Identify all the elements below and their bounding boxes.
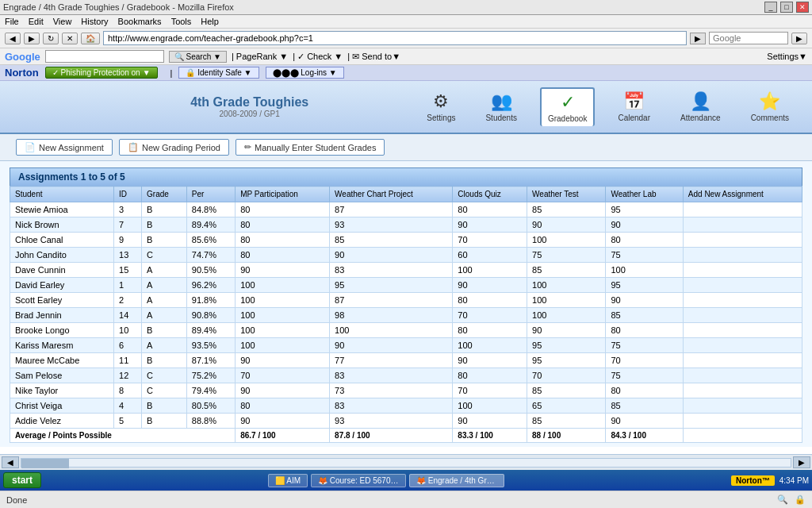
cell-weather-chart[interactable]	[330, 202, 453, 217]
cell-weather-test[interactable]	[527, 308, 606, 323]
cell-weather-test[interactable]	[527, 248, 606, 263]
cell-weather-lab[interactable]	[606, 293, 683, 308]
cell-weather-lab[interactable]	[606, 398, 683, 414]
cell-mp[interactable]	[236, 353, 330, 368]
cell-weather-lab[interactable]	[606, 248, 683, 263]
cell-mp[interactable]	[236, 293, 330, 308]
cell-clouds[interactable]	[453, 398, 527, 414]
cell-weather-chart[interactable]	[330, 233, 453, 248]
cell-weather-lab[interactable]	[606, 217, 683, 233]
cell-clouds[interactable]	[453, 263, 527, 278]
cell-weather-lab[interactable]	[606, 338, 683, 353]
nav-settings[interactable]: ⚙ Settings	[419, 87, 462, 126]
cell-weather-chart[interactable]	[330, 368, 453, 383]
forward-button[interactable]: ▶	[24, 33, 40, 44]
logons-button[interactable]: ⬤⬤⬤ Log-ins ▼	[266, 67, 344, 79]
menu-view[interactable]: View	[53, 17, 72, 26]
taskbar-course[interactable]: 🦊 Course: ED 5670-01 ...	[311, 474, 406, 487]
menu-help[interactable]: Help	[201, 17, 219, 26]
go-button[interactable]: ▶	[690, 33, 706, 44]
cell-clouds[interactable]	[453, 353, 527, 368]
search-go-button[interactable]: ▶	[791, 33, 807, 44]
cell-clouds[interactable]	[453, 323, 527, 338]
address-bar[interactable]	[103, 31, 687, 45]
nav-calendar[interactable]: 📅 Calendar	[611, 87, 657, 126]
cell-weather-chart[interactable]	[330, 383, 453, 398]
cell-mp[interactable]	[236, 338, 330, 353]
cell-clouds[interactable]	[453, 368, 527, 383]
cell-weather-chart[interactable]	[330, 278, 453, 293]
cell-weather-chart[interactable]	[330, 338, 453, 353]
cell-mp[interactable]	[236, 414, 330, 429]
start-button[interactable]: start	[3, 472, 41, 488]
cell-weather-lab[interactable]	[606, 278, 683, 293]
cell-weather-chart[interactable]	[330, 293, 453, 308]
cell-mp[interactable]	[236, 398, 330, 414]
menu-bookmarks[interactable]: Bookmarks	[118, 17, 162, 26]
cell-mp[interactable]	[236, 323, 330, 338]
cell-clouds[interactable]	[453, 383, 527, 398]
menu-tools[interactable]: Tools	[171, 17, 192, 26]
cell-mp[interactable]	[236, 248, 330, 263]
cell-mp[interactable]	[236, 368, 330, 383]
cell-weather-lab[interactable]	[606, 383, 683, 398]
taskbar-engrade[interactable]: 🦊 Engrade / 4th Grade ...	[409, 474, 504, 487]
cell-weather-chart[interactable]	[330, 308, 453, 323]
cell-weather-test[interactable]	[527, 383, 606, 398]
cell-weather-chart[interactable]	[330, 248, 453, 263]
manually-enter-grades-button[interactable]: ✏ Manually Enter Student Grades	[236, 139, 385, 156]
nav-gradebook[interactable]: ✓ Gradebook	[540, 87, 595, 126]
phishing-protection-button[interactable]: ✓ Phishing Protection on ▼	[45, 67, 158, 79]
google-search-input[interactable]	[45, 50, 164, 63]
cell-clouds[interactable]	[453, 233, 527, 248]
scroll-right-button[interactable]: ▶	[793, 456, 810, 468]
cell-clouds[interactable]	[453, 414, 527, 429]
reload-button[interactable]: ↻	[43, 33, 59, 44]
cell-weather-test[interactable]	[527, 278, 606, 293]
back-button[interactable]: ◀	[5, 33, 21, 44]
cell-mp[interactable]	[236, 217, 330, 233]
cell-clouds[interactable]	[453, 248, 527, 263]
cell-weather-test[interactable]	[527, 293, 606, 308]
cell-clouds[interactable]	[453, 217, 527, 233]
menu-edit[interactable]: Edit	[29, 17, 44, 26]
cell-weather-chart[interactable]	[330, 263, 453, 278]
cell-mp[interactable]	[236, 308, 330, 323]
taskbar-aim[interactable]: 🟨 AIM	[268, 474, 308, 487]
cell-clouds[interactable]	[453, 308, 527, 323]
cell-weather-test[interactable]	[527, 263, 606, 278]
search-box[interactable]	[709, 32, 788, 44]
cell-mp[interactable]	[236, 202, 330, 217]
cell-weather-chart[interactable]	[330, 398, 453, 414]
cell-weather-test[interactable]	[527, 323, 606, 338]
settings-label[interactable]: Settings▼	[767, 52, 807, 61]
scroll-thumb[interactable]	[21, 459, 69, 468]
maximize-button[interactable]: □	[780, 2, 793, 13]
cell-weather-lab[interactable]	[606, 368, 683, 383]
menu-history[interactable]: History	[81, 17, 108, 26]
cell-weather-chart[interactable]	[330, 353, 453, 368]
minimize-button[interactable]: _	[764, 2, 777, 13]
cell-clouds[interactable]	[453, 293, 527, 308]
cell-mp[interactable]	[236, 278, 330, 293]
nav-attendance[interactable]: 👤 Attendance	[673, 87, 728, 126]
close-button[interactable]: ✕	[796, 2, 809, 13]
cell-weather-test[interactable]	[527, 338, 606, 353]
cell-mp[interactable]	[236, 263, 330, 278]
cell-weather-chart[interactable]	[330, 323, 453, 338]
identity-safe-button[interactable]: 🔒 Identity Safe ▼	[178, 67, 259, 79]
google-search-button[interactable]: 🔍 Search ▼	[169, 51, 227, 63]
nav-students[interactable]: 👥 Students	[478, 87, 523, 126]
cell-weather-lab[interactable]	[606, 308, 683, 323]
horizontal-scrollbar[interactable]: ◀ ▶	[0, 454, 812, 470]
cell-weather-test[interactable]	[527, 217, 606, 233]
cell-mp[interactable]	[236, 233, 330, 248]
cell-weather-lab[interactable]	[606, 263, 683, 278]
cell-clouds[interactable]	[453, 202, 527, 217]
cell-weather-lab[interactable]	[606, 323, 683, 338]
home-button[interactable]: 🏠	[81, 33, 100, 44]
scroll-left-button[interactable]: ◀	[2, 456, 19, 468]
nav-comments[interactable]: ⭐ Comments	[744, 87, 796, 126]
cell-clouds[interactable]	[453, 338, 527, 353]
cell-weather-test[interactable]	[527, 368, 606, 383]
